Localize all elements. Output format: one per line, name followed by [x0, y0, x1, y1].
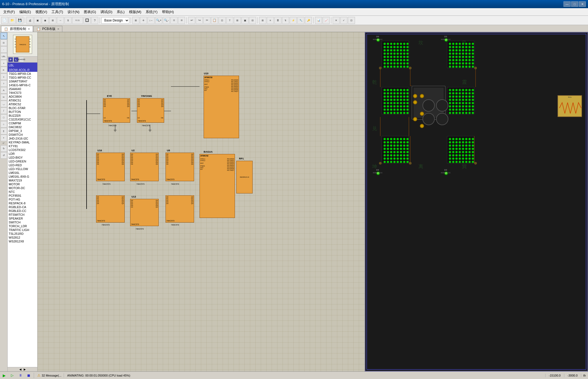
- design-dropdown[interactable]: Base Design: [101, 17, 129, 24]
- tb-6[interactable]: $: [65, 17, 72, 24]
- comp-item-7[interactable]: ADC0804: [8, 95, 37, 98]
- menu-file[interactable]: 文件(F): [1, 9, 17, 15]
- tab-schematic-close[interactable]: ✕: [28, 27, 30, 30]
- comp-item-37[interactable]: RGBLED-CC: [8, 209, 37, 213]
- comp-item-38[interactable]: RTSWITCH: [8, 213, 37, 217]
- tb-11[interactable]: ▣: [241, 17, 249, 24]
- comp-item-29[interactable]: MAX7219: [8, 178, 37, 182]
- comp-item-27[interactable]: LM016L: [8, 171, 37, 175]
- lt-power[interactable]: ⏚: [1, 73, 7, 80]
- tb-13[interactable]: ⊞: [259, 17, 266, 24]
- tb-15[interactable]: ≣: [274, 17, 281, 24]
- lt-junction[interactable]: ·: [1, 46, 7, 53]
- maximize-button[interactable]: □: [571, 1, 578, 7]
- comp-item-23[interactable]: LED-BIGY: [8, 156, 37, 159]
- tb-origin[interactable]: ✛: [140, 17, 147, 24]
- comp-item-11[interactable]: BUTTON: [8, 110, 37, 114]
- scroll-right[interactable]: ▶: [23, 368, 27, 371]
- comp-item-22[interactable]: LDR: [8, 152, 37, 156]
- comp-item-26[interactable]: LED-YELLOW: [8, 167, 37, 171]
- tb-copy[interactable]: 📋: [211, 17, 218, 24]
- comp-item-15[interactable]: DAC0832: [8, 125, 37, 129]
- comp-item-21[interactable]: LCDSTK502: [8, 148, 37, 152]
- lt-arc[interactable]: ◡: [1, 101, 7, 107]
- comp-item-8[interactable]: AT89C51: [8, 98, 37, 102]
- lt-box[interactable]: □: [1, 114, 7, 121]
- comp-item-25[interactable]: LED-RED: [8, 163, 37, 167]
- menu-chart[interactable]: 图表(G): [82, 9, 98, 15]
- comp-item-16[interactable]: DIPSW_3: [8, 129, 37, 133]
- comp-item-28[interactable]: LM016L-8X8-G: [8, 175, 37, 178]
- component-YINYANG[interactable]: 74HC573 D0D1D2D3D4 Q0Q1Q2Q3Q4 LE OE: [137, 98, 164, 123]
- comp-item-44[interactable]: WS2812: [8, 236, 37, 239]
- component-U8[interactable]: 74HC573 D0D1D2D3D4D5D6 Q0Q1Q2Q3Q4Q5Q6: [166, 153, 194, 181]
- play-button[interactable]: ▶: [0, 372, 8, 379]
- lt-virtual[interactable]: ?: [1, 80, 7, 87]
- tab-schematic[interactable]: 📋 原理图绘制 ✕: [1, 26, 33, 32]
- tb-2[interactable]: ▣: [34, 17, 41, 24]
- comp-item-40[interactable]: SWITCH: [8, 220, 37, 224]
- minimize-button[interactable]: —: [564, 1, 571, 7]
- comp-ide-btn[interactable]: iEVICES: [19, 57, 24, 62]
- menu-tools[interactable]: 工具(T): [49, 9, 65, 15]
- tb-21[interactable]: 📈: [323, 17, 330, 24]
- schematic-canvas[interactable]: U10 AT89C52 XTAL1XTAL2RST PSENALEEA P0.0…: [38, 32, 588, 371]
- tb-paste[interactable]: ⊡: [219, 17, 226, 24]
- tb-counter[interactable]: 0.11: [72, 17, 83, 24]
- tb-12[interactable]: ⊟: [249, 17, 256, 24]
- comp-item-19[interactable]: KEYPAD-SMAL: [8, 140, 37, 144]
- comp-item-43[interactable]: TSL251RD: [8, 232, 37, 236]
- lt-marker[interactable]: +: [1, 135, 7, 141]
- comp-item-24[interactable]: LED-GREEN: [8, 159, 37, 163]
- comp-item-20[interactable]: KTY81: [8, 144, 37, 148]
- component-U10[interactable]: U10 AT89C52 XTAL1XTAL2RST PSENALEEA P0.0…: [204, 76, 239, 138]
- tb-5[interactable]: ↔: [57, 17, 64, 24]
- component-U13[interactable]: 74HC573 D0D1D2D3D4 Q0Q1Q2Q3Q4: [130, 199, 159, 226]
- component-list[interactable]: 1ROW-4COL-R 7SEG-MPX8-CA 7SEG-MPX8-CC 10…: [8, 68, 37, 367]
- lt-select[interactable]: ↖: [1, 33, 7, 39]
- comp-item-6[interactable]: 74HC573: [8, 91, 37, 95]
- lt-bus[interactable]: ≡: [1, 60, 7, 66]
- comp-item-31[interactable]: MOTOR-DC: [8, 186, 37, 190]
- comp-item-42[interactable]: TRAFFIC LIGH: [8, 228, 37, 232]
- comp-item-4[interactable]: 14SEG-MPX6-C: [8, 83, 37, 87]
- tb-16[interactable]: ↯: [282, 17, 289, 24]
- canvas-area[interactable]: U10 AT89C52 XTAL1XTAL2RST PSENALEEA P0.0…: [38, 32, 588, 371]
- tb-9[interactable]: T: [226, 17, 233, 24]
- tb-undo[interactable]: ↩: [188, 17, 195, 24]
- tb-redo[interactable]: ↪: [196, 17, 203, 24]
- menu-debug[interactable]: 调试(D): [98, 9, 115, 15]
- tb-23[interactable]: ✓: [340, 17, 347, 24]
- component-EYE[interactable]: 74HC573 D0D1D2D3D4 Q0Q1Q2Q3Q4 LE OE: [103, 98, 130, 123]
- comp-item-2[interactable]: 7SEG-MPX8-CC: [8, 76, 37, 79]
- component-UB2[interactable]: 74HC573 D0D1D2D3D4 Q0Q1Q2Q3Q4: [166, 195, 194, 223]
- play-step-button[interactable]: ▷: [8, 372, 16, 379]
- menu-edit[interactable]: 编辑(E): [17, 9, 33, 15]
- comp-item-45[interactable]: WS2812X8: [8, 239, 37, 243]
- lt-rotate-ccw[interactable]: ↺: [1, 152, 7, 159]
- tb-18[interactable]: 🔧: [297, 17, 304, 24]
- stop-button[interactable]: ⏹: [24, 372, 33, 379]
- tb-pan[interactable]: ↕↔: [148, 17, 155, 24]
- tb-zoom-in[interactable]: 🔍+: [155, 17, 162, 24]
- tb-8[interactable]: ?: [91, 17, 98, 24]
- tb-save[interactable]: 💾: [16, 17, 23, 24]
- comp-item-36[interactable]: RGBLED-CA: [8, 205, 37, 209]
- comp-item-14[interactable]: COMPIM: [8, 121, 37, 125]
- component-UB1[interactable]: 74HC573 D0D1D2D3D4 Q0Q1Q2Q3Q4: [96, 195, 125, 223]
- tb-cut[interactable]: ✂: [203, 17, 210, 24]
- tb-22[interactable]: ✕: [333, 17, 340, 24]
- pcb-overlay[interactable]: MAX7219 D6 RGBLED-CC: [365, 32, 588, 371]
- tb-zoom-fit[interactable]: ⊡: [170, 17, 177, 24]
- tb-17[interactable]: ⚡: [290, 17, 297, 24]
- component-U16[interactable]: 74HC573 D0D1D2D3D4D5D6 Q0Q1Q2Q3Q4Q5Q6: [96, 153, 125, 181]
- tb-zoom-out[interactable]: 🔍-: [163, 17, 170, 24]
- tab-pcb[interactable]: 📋 PCB布版 ✕: [33, 26, 62, 32]
- tb-new[interactable]: 📄: [1, 17, 8, 24]
- comp-item-13[interactable]: C3225X5R1C1C: [8, 118, 37, 121]
- component-BAGUA[interactable]: AT89C52 XTAL1XTAL2RST PSENALEEA P0.0/AD0…: [200, 154, 235, 218]
- comp-item-32[interactable]: NTC: [8, 190, 37, 194]
- comp-item-0[interactable]: 1ROW-4COL-R: [8, 68, 37, 72]
- comp-item-5[interactable]: 25AA640: [8, 87, 37, 91]
- menu-template[interactable]: 模版(M): [127, 9, 144, 15]
